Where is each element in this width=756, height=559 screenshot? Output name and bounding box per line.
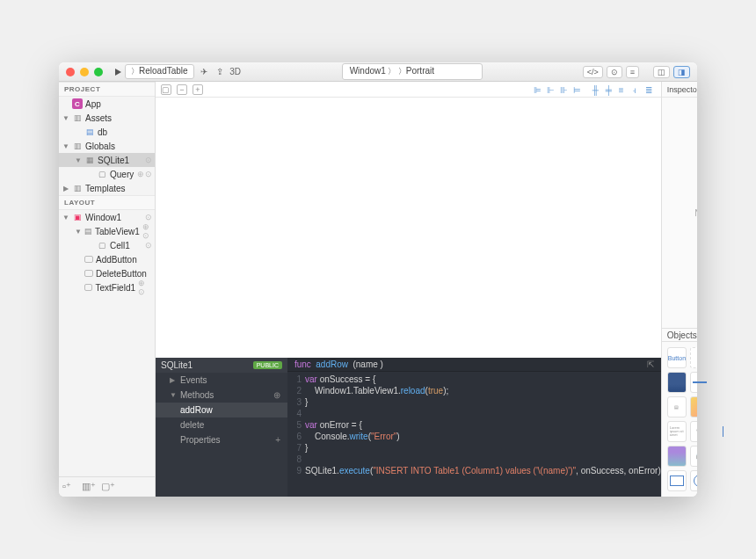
tree-item-db[interactable]: ▤db [59,125,155,139]
package-icon[interactable]: ⇪ [214,66,226,78]
object-oval[interactable] [690,470,697,491]
tree-item-sqlite1[interactable]: ▼▦SQLite1⊙ [59,153,155,167]
code-navigator: SQLite1 PUBLIC ▶Events ▼Methods⊕ addRow … [156,358,287,497]
send-icon[interactable]: ✈ [198,66,210,78]
project-section-header: PROJECT [59,82,155,97]
minimize-icon[interactable] [80,68,89,76]
right-panel-toggle[interactable]: ◨ [673,66,690,78]
project-sidebar: PROJECT CApp ▼▥Assets ▤db ▼▥Globals ▼▦SQ… [59,82,156,497]
tree-item-templates[interactable]: ▶▥Templates [59,181,155,195]
breadcrumb-layout: Portrait [406,66,434,76]
align-icon-3[interactable]: ⊪ [560,85,571,94]
object-slider[interactable] [690,372,697,393]
code-nav-delete[interactable]: delete [156,417,287,432]
zoom-icon[interactable] [94,68,103,76]
object-rectangle[interactable] [667,470,687,491]
new-file-icon[interactable]: ▫⁺ [62,481,76,493]
breadcrumb[interactable]: Window1 〉 〉Portrait [342,63,483,80]
object-searchbar[interactable]: 🔍 [690,421,697,442]
object-imageview[interactable] [667,372,687,393]
run-target-select[interactable]: 〉ReloadTable [125,64,194,79]
code-editor[interactable]: 123456789 var onSuccess = { Window1.Tabl… [287,372,661,497]
tree-item-tableview1[interactable]: ▼▤TableView1⊕ ⊙ [59,224,155,238]
app-window: 〉ReloadTable ✈ ⇪ 3D Window1 〉 〉Portrait … [59,62,697,497]
code-signature: func addRow (name ) ⇱ [287,358,661,372]
distribute-icon-2[interactable]: ╪ [606,85,616,94]
align-icon-4[interactable]: ⊨ [573,85,584,94]
code-nav-header: SQLite1 PUBLIC [156,358,287,373]
3d-view-button[interactable]: 3D [229,66,242,78]
left-panel-toggle[interactable]: ◫ [653,66,670,78]
align-icon-2[interactable]: ⊩ [547,85,557,94]
zoom-in-button[interactable]: + [193,84,203,95]
add-method-icon[interactable]: ⊕ [273,390,280,400]
close-icon[interactable] [66,68,75,76]
tree-item-query[interactable]: ▢Query⊕ ⊙ [59,167,155,181]
code-nav-events[interactable]: ▶Events [156,373,287,388]
tree-item-app[interactable]: CApp [59,97,155,111]
code-nav-properties[interactable]: Properties+ [156,432,287,447]
align-icon-1[interactable]: ⊫ [534,85,544,94]
tree-item-textfield1[interactable]: TextField1⊕ ⊙ [59,280,155,294]
objects-library: Button Label ✲ - + Oct11 2015 ▤ 🧭 A a ⇧ … [662,342,697,497]
orientation-button[interactable]: ▢ [161,84,171,95]
object-button[interactable]: Button [667,347,687,368]
distribute-icon-5[interactable]: ≣ [645,85,656,94]
new-folder-icon[interactable]: ▥⁺ [82,481,96,493]
distribute-icon-3[interactable]: ≡ [619,85,629,94]
tree-item-window1[interactable]: ▼▣Window1⊙ [59,210,155,224]
inspector-title: Inspector [667,85,697,94]
object-textview[interactable]: Lorem ipsum sit amet [667,421,687,442]
design-canvas[interactable] [156,98,661,358]
visibility-badge: PUBLIC [253,361,282,369]
object-view[interactable] [690,347,697,368]
code-toggle-icon[interactable]: </> [583,66,603,78]
code-nav-methods[interactable]: ▼Methods⊕ [156,388,287,403]
layout-section-header: LAYOUT [59,195,155,210]
tree-item-addbutton[interactable]: AddButton [59,252,155,266]
code-nav-addrow[interactable]: addRow [156,403,287,417]
code-panel: SQLite1 PUBLIC ▶Events ▼Methods⊕ addRow … [156,358,661,497]
zoom-out-button[interactable]: − [177,84,187,95]
distribute-icon-1[interactable]: ╫ [592,85,603,94]
object-tableview[interactable]: ▤ [667,396,687,417]
canvas-toolbar: ▢ − + ⊫ ⊩ ⊪ ⊨ ╫ ╪ ≡ ⫞ ≣ [156,82,661,98]
inspector-body: Not Applicable [662,98,697,328]
distribute-icon-4[interactable]: ⫞ [632,85,643,94]
tree-item-globals[interactable]: ▼▥Globals [59,139,155,153]
search-toggle-icon[interactable]: ⊙ [607,66,622,78]
object-collection[interactable] [690,396,697,417]
breadcrumb-window: Window1 [350,66,386,76]
objects-title: Objects [667,330,697,340]
object-thumbnail[interactable] [667,446,687,467]
titlebar: 〉ReloadTable ✈ ⇪ 3D Window1 〉 〉Portrait … [59,62,697,82]
list-toggle-icon[interactable]: ≡ [626,66,639,78]
popout-icon[interactable]: ⇱ [647,359,654,369]
run-button[interactable] [115,69,121,76]
new-query-icon[interactable]: ▢⁺ [101,481,115,493]
sidebar-footer: ▫⁺ ▥⁺ ▢⁺ [59,476,155,497]
object-camera[interactable]: 📷 [690,446,697,467]
tree-item-assets[interactable]: ▼▥Assets [59,111,155,125]
inspector-panel: Inspector ▤ ▭ ⎙ 📎 ✲ Not Applicable Objec… [661,82,697,497]
tree-item-cell1[interactable]: ▢Cell1⊙ [59,238,155,252]
